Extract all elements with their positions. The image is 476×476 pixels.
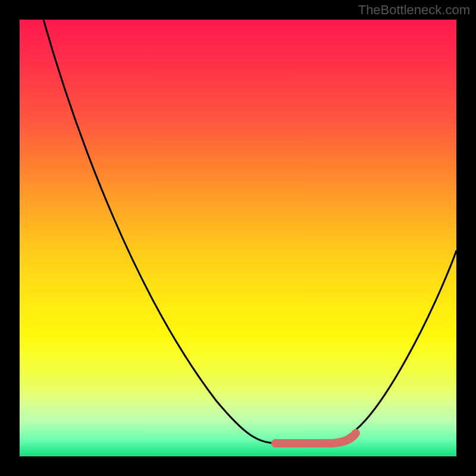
- plot-area: [20, 20, 456, 456]
- bottleneck-curve: [43, 20, 456, 443]
- chart-container: TheBottleneck.com: [0, 0, 476, 476]
- watermark-text: TheBottleneck.com: [358, 2, 470, 18]
- optimal-range-band: [275, 433, 356, 443]
- curve-overlay: [20, 20, 456, 456]
